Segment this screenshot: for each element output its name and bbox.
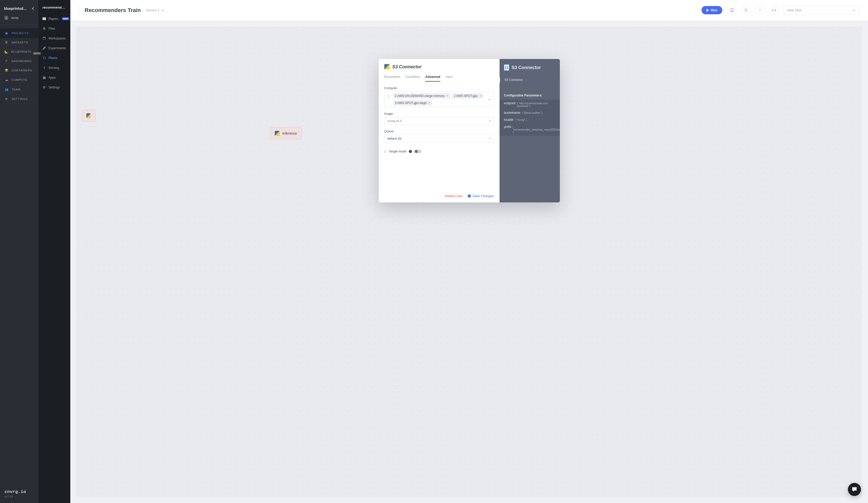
sub-settings[interactable]: ⚙ Settings: [39, 82, 70, 92]
chevron-down-icon[interactable]: [488, 99, 491, 100]
page-title: Recommenders Train: [85, 7, 141, 13]
chip-remove-icon[interactable]: ×: [446, 94, 448, 98]
sub-apps[interactable]: ▦ Apps: [39, 73, 70, 82]
right-header: { } S3 Connector: [499, 64, 560, 71]
sub-label: Settings: [49, 86, 60, 89]
save-icon-button[interactable]: [727, 6, 736, 15]
help-icon[interactable]: ?: [409, 150, 412, 153]
nav-projects[interactable]: ▣ PROJECTS: [0, 28, 39, 38]
run-button[interactable]: Run: [702, 6, 722, 14]
history-icon-button[interactable]: [741, 6, 751, 15]
compute-label: Compute: [384, 86, 494, 90]
tab-conditions[interactable]: Conditions: [405, 74, 420, 82]
queue-select[interactable]: default (0): [384, 135, 494, 143]
param-row: endpoint [ "http://s3.amazonaws.com down…: [499, 100, 560, 109]
sub-label: Serving: [49, 66, 59, 70]
svg-rect-2: [731, 11, 733, 12]
tab-parameters[interactable]: Parameters: [384, 74, 401, 82]
blueprints-icon: 📐: [4, 50, 8, 53]
svg-point-5: [759, 9, 760, 10]
magic-icon-button[interactable]: [755, 6, 765, 15]
wand-icon: [758, 8, 762, 12]
caret-down-icon: [489, 138, 491, 139]
param-name: prefix: [504, 125, 512, 128]
chip-label: 2 AWS-SPOT.gpu: [454, 94, 478, 98]
new-task-label: New Task: [787, 8, 802, 12]
play-outline-icon: ▷: [384, 150, 386, 153]
nav-compute[interactable]: ☁ COMPUTE: [0, 75, 39, 85]
right-title: S3 Connector: [512, 65, 541, 70]
user-row[interactable]: tanay.: [0, 13, 39, 25]
modal-footer: Delete Card ✓ Save Changes: [384, 194, 494, 198]
modal-title: S3 Connector: [392, 64, 422, 70]
single-mode-label: Single mode: [389, 150, 407, 153]
sub-flows[interactable]: ⬡ Flows: [39, 53, 70, 63]
experiments-icon: 🧪: [42, 46, 46, 50]
nav-containers[interactable]: 📦 CONTAINERS: [0, 65, 39, 75]
document-icon: { }: [504, 64, 509, 71]
nav-label: DASHBOARD: [12, 60, 32, 63]
flow-canvas[interactable]: Inference S3 Connector Parameters Condit…: [76, 27, 862, 497]
image-label: Image: [384, 112, 494, 116]
compute-chip: 1 AWS-ON-DEMAND.xlarge-memory ×: [393, 93, 451, 99]
sub-files[interactable]: 🗎 Files: [39, 24, 70, 33]
primary-nav: ▣ PROJECTS 🗄 DATASETS 📐 BLUEPRINTS BETA …: [0, 25, 39, 104]
workspaces-icon: 🗔: [42, 36, 46, 40]
sub-serving[interactable]: ⇪ Serving: [39, 63, 70, 73]
param-row: prefix [ "recommenders_workshop_march202…: [499, 123, 560, 136]
play-icon: [706, 9, 709, 12]
single-mode-toggle[interactable]: [414, 150, 422, 153]
containers-icon: 📦: [4, 69, 9, 72]
tab-advanced[interactable]: Advanced: [425, 74, 440, 82]
code-icon: [772, 9, 776, 12]
sub-experiments[interactable]: 🧪 Experiments: [39, 43, 70, 53]
queue-value: default (0): [388, 137, 402, 140]
param-name: localdir: [504, 118, 514, 122]
sub-workspaces[interactable]: 🗔 Workspaces: [39, 33, 70, 43]
sub-label: Files: [49, 27, 55, 30]
nav-label: SETTINGS: [12, 97, 28, 101]
nav-datasets[interactable]: 🗄 DATASETS: [0, 38, 39, 47]
code-icon-button[interactable]: [769, 6, 778, 15]
modal-left: S3 Connector Parameters Conditions Advan…: [379, 59, 499, 202]
flows-icon: ⬡: [42, 56, 46, 60]
svg-point-6: [761, 11, 761, 11]
delete-card-button[interactable]: Delete Card: [445, 194, 462, 198]
sub-papers[interactable]: 📰 Papers NEW: [39, 14, 70, 24]
datasets-icon: 🗄: [4, 41, 9, 44]
compute-multiselect[interactable]: 1 AWS-ON-DEMAND.xlarge-memory × 2 AWS-SP…: [384, 92, 494, 107]
image-select[interactable]: cnvrg:v5.0: [384, 117, 494, 125]
save-label: Save Changes: [473, 194, 494, 198]
nav-settings[interactable]: ⚙ SETTINGS: [0, 94, 39, 104]
sidebar-primary: blueprintsd… tanay. ▣ PROJECTS 🗄 DATASET…: [0, 0, 39, 503]
nav-blueprints[interactable]: 📐 BLUEPRINTS BETA: [0, 47, 39, 56]
caret-down-icon: [489, 120, 491, 122]
sub-label: Apps: [49, 76, 56, 79]
save-changes-button[interactable]: ✓ Save Changes: [468, 194, 494, 198]
chip-label: 1 AWS-ON-DEMAND.xlarge-memory: [395, 94, 445, 98]
tab-yaml[interactable]: Yaml: [445, 74, 452, 82]
new-badge: NEW: [62, 17, 69, 20]
image-value: cnvrg:v5.0: [388, 119, 402, 123]
sub-label: Flows: [49, 56, 57, 60]
sidebar-secondary: recommender… 📰 Papers NEW 🗎 Files 🗔 Work…: [39, 0, 70, 503]
nav-team[interactable]: 👥 TEAM: [0, 85, 39, 94]
svg-point-7: [387, 95, 390, 97]
python-icon: [384, 64, 390, 70]
queue-label: Queue: [384, 129, 494, 133]
nav-label: COMPUTE: [12, 78, 27, 81]
compute-icon: ☁: [4, 78, 9, 82]
brand-name: cnvrg.io: [4, 490, 34, 494]
org-switcher[interactable]: blueprintsd…: [0, 0, 39, 13]
search-icon: [387, 95, 391, 98]
sub-label: Experiments: [49, 46, 66, 50]
chip-remove-icon[interactable]: ×: [428, 101, 430, 105]
modal: S3 Connector Parameters Conditions Advan…: [379, 59, 560, 202]
chip-remove-icon[interactable]: ×: [480, 94, 482, 98]
user-name: tanay.: [11, 16, 19, 20]
chat-fab[interactable]: [848, 483, 861, 496]
nav-dashboard[interactable]: ⏱ DASHBOARD: [0, 56, 39, 65]
new-task-select[interactable]: New Task: [784, 6, 859, 15]
version-select[interactable]: Version 1: [146, 8, 164, 12]
configurable-params-label: Configurable Parameters:: [499, 94, 560, 100]
